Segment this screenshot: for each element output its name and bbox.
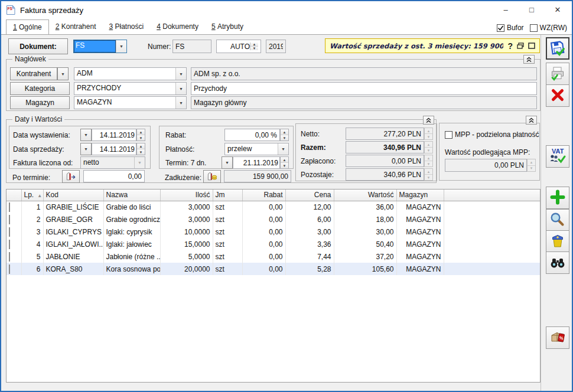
edit-item-button[interactable] [546,209,569,231]
chevron-down-icon[interactable]: ▼ [116,40,126,53]
data-wystawienia-field[interactable]: 14.11.2019 [92,129,136,141]
column-header-cena[interactable]: Cena [285,190,334,201]
rabat-spinner[interactable]: ▲▼ [280,129,289,141]
tab-ogolne[interactable]: 1 Ogólne [6,19,49,34]
cancel-button[interactable] [546,84,569,107]
pozostaje-label: Pozostaje: [301,171,334,179]
bufor-checkbox[interactable]: Bufor [497,24,524,32]
tab-platnosci[interactable]: 3 Płatności [102,19,150,34]
razem-spinner: ▲▼ [424,141,433,153]
maximize-panel-icon[interactable] [528,43,535,49]
kategoria-button[interactable]: Kategoria [10,82,70,95]
data-sprzedazy-spinner[interactable]: ▲▼ [136,143,145,155]
table-row-selected[interactable]: 6KORA_S80Kora sosnowa po...20,0000szt0,0… [6,263,540,275]
data-wystawienia-spinner[interactable]: ▲▼ [136,129,145,141]
termin-date-field[interactable]: 21.11.2019 [233,156,280,169]
column-header-wartosc[interactable]: Wartość [334,190,396,201]
tab-atrybuty[interactable]: 5 Atrybuty [205,19,250,34]
doc-type-combobox[interactable]: FS ▼ [73,40,127,53]
chevron-down-icon[interactable]: ▼ [175,97,186,109]
save-button[interactable] [546,37,569,60]
razem-field: 340,96 PLN [346,141,424,153]
close-icon[interactable]: ✕ [545,1,571,18]
row-checkbox[interactable] [9,227,10,237]
kontrahent-button[interactable]: Kontrahent [10,67,57,80]
numer-prefix-field: FS [172,40,211,53]
chevron-down-icon: ▼ [134,157,145,168]
delete-item-button[interactable] [546,230,569,253]
kontrahent-code-combobox[interactable]: ADM▼ [74,67,187,80]
data-sprzedazy-dropdown[interactable]: ▼ [80,143,92,155]
kontrahent-type-dropdown[interactable]: ▼ [57,67,69,80]
dokument-button[interactable]: Dokument: [8,38,68,54]
po-terminie-field[interactable]: 0,00 [83,170,145,182]
table-row[interactable]: 3IGLAKI_CYPRYSIglaki: cyprysik10,0000szt… [6,226,540,238]
column-header-lp[interactable]: Lp.▲ [21,190,43,201]
column-header-kod[interactable]: Kod [43,190,103,201]
table-row[interactable]: 5JABŁONIEJabłonie (różne ...5,0000szt0,0… [6,250,540,263]
po-terminie-button[interactable] [62,170,80,183]
binoculars-icon [549,254,566,272]
kategoria-combobox[interactable]: PRZYCHODY▼ [74,82,187,95]
column-header-nazwa[interactable]: Nazwa [103,190,160,201]
magazyn-combobox[interactable]: MAGAZYN▼ [74,96,187,109]
discounts-button[interactable]: % [546,326,569,349]
items-table: Lp.▲ Kod Nazwa Ilość Jm Rabat Cena Warto… [6,189,541,383]
chevron-down-icon[interactable]: ▼ [175,83,186,94]
mpp-collapse-button[interactable] [526,116,537,125]
column-header-magazyn[interactable]: Magazyn [396,190,444,201]
sort-asc-icon: ▲ [37,193,42,198]
chevron-down-icon[interactable]: ▼ [175,68,186,80]
magazyn-button[interactable]: Magazyn [10,96,70,109]
chevron-down-icon[interactable]: ▼ [278,143,288,155]
help-icon[interactable]: ? [507,41,513,51]
rabat-field[interactable]: 0,00 % [224,129,280,141]
invoice-window: FS Faktura sprzedaży – □ ✕ 1 Ogólne 2 Ko… [0,0,573,392]
svg-text:FS: FS [8,6,13,11]
find-item-button[interactable] [546,251,569,274]
row-checkbox[interactable] [9,215,10,224]
maximize-icon[interactable]: □ [519,1,545,18]
naglowek-collapse-button[interactable] [523,55,535,64]
zadluzenie-button[interactable] [203,170,221,183]
minimize-icon[interactable]: – [493,1,519,18]
row-checkbox[interactable] [9,252,10,262]
plus-icon [549,189,566,207]
table-row[interactable]: 1GRABIE_LIŚCIEGrabie do liści3,0000szt0,… [6,201,540,213]
column-header-jm[interactable]: Jm [213,190,242,201]
table-row[interactable]: 4IGLAKI_JAŁOWI...Iglaki: jałowiec15,0000… [6,238,540,250]
column-header-ilosc[interactable]: Ilość [160,190,213,201]
numer-label: Numer: [148,43,171,51]
numer-auto-field[interactable]: AUTO ▲▼ [216,40,261,53]
data-wystawienia-dropdown[interactable]: ▼ [80,129,92,141]
termin-spinner[interactable]: ▲▼ [280,156,289,169]
data-sprzedazy-field[interactable]: 14.11.2019 [92,143,136,155]
wz-rw-checkbox[interactable]: WZ(RW) [530,24,567,32]
kategoria-opis-field[interactable]: Przychody [191,82,537,95]
zaplacono-field: 0,00 PLN [346,155,424,167]
mpp-wartosc-label: Wartość podlegająca MPP: [445,148,530,156]
mpp-checkbox[interactable]: MPP - podzielona płatność [445,130,539,139]
row-checkbox[interactable] [9,240,10,249]
checkbox-empty-icon [445,131,452,139]
svg-text:VAT: VAT [552,148,564,155]
tab-kontrahent[interactable]: 2 Kontrahent [49,19,103,34]
table-row[interactable]: 2GRABIE_OGRGrabie ogrodnicze3,0000szt0,0… [6,213,540,226]
tab-dokumenty[interactable]: 4 Dokumenty [150,19,205,34]
right-toolbar: VAT % [541,35,572,391]
row-checkbox[interactable] [9,202,10,212]
row-checkbox[interactable] [9,264,10,274]
pozostaje-spinner: ▲▼ [424,168,433,181]
overdue-ledger-icon [65,172,77,181]
restore-window-icon[interactable] [517,43,524,49]
daty-collapse-button[interactable] [423,116,434,125]
add-item-button[interactable] [546,187,569,209]
termin-dropdown[interactable]: ▼ [222,156,233,169]
column-header-rabat[interactable]: Rabat [242,190,285,201]
vat-preview-button[interactable]: VAT [546,145,569,168]
window-title: Faktura sprzedaży [20,6,83,15]
sales-info-banner: Wartość sprzedaży z ost. 3 miesięcy: 159… [325,38,540,53]
platnosc-combobox[interactable]: przelew▼ [224,143,289,155]
auto-spinner[interactable]: ▲▼ [250,43,258,50]
print-button[interactable] [546,63,569,85]
